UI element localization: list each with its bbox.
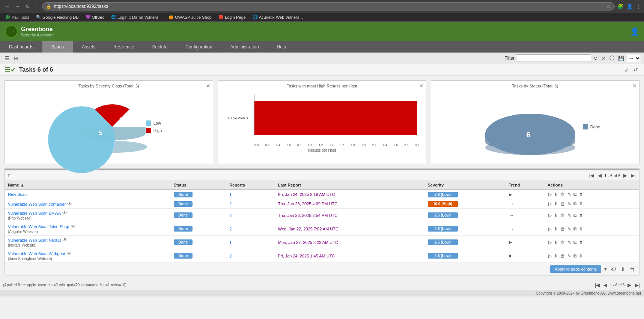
reports-link[interactable]: 1 — [229, 240, 232, 245]
reports-link[interactable]: 2 — [229, 254, 232, 258]
bottom-prev-page[interactable]: ◀ — [602, 282, 608, 288]
delete-button[interactable]: 🗑 — [560, 191, 566, 197]
edit-button[interactable]: ✎ — [567, 201, 572, 207]
reload-button[interactable]: ↻ — [24, 3, 32, 10]
first-page-button[interactable]: |◀ — [588, 172, 595, 179]
bookmark-acunetix[interactable]: 🌐 Acunetix Web Vulnera... — [250, 14, 305, 20]
start-button[interactable]: ▷ — [548, 253, 552, 259]
eye-icon[interactable]: 👁 — [62, 210, 67, 216]
apply-dropdown-arrow[interactable]: ▼ — [603, 267, 608, 271]
export-button[interactable]: ⬆ — [578, 212, 584, 218]
filter-save-icon[interactable]: 💾 — [617, 55, 625, 62]
tag-icon-button[interactable]: 🏷 — [610, 265, 617, 273]
bookmark-dvwa[interactable]: 🌐 Login :: Damn Vulnera... — [109, 14, 164, 20]
filter-input[interactable] — [516, 54, 591, 62]
back-button[interactable]: ← — [3, 3, 11, 10]
eye-icon[interactable]: 👁 — [71, 224, 75, 229]
edit-button[interactable]: ✎ — [567, 239, 572, 245]
clone-button[interactable]: ⧉ — [573, 226, 578, 232]
export-button[interactable]: ⬆ — [578, 226, 584, 232]
page-refresh-icon[interactable]: ↺ — [632, 66, 639, 74]
start-button[interactable]: ▷ — [548, 201, 552, 207]
forward-button[interactable]: → — [14, 3, 22, 10]
delete-button[interactable]: 🗑 — [560, 253, 566, 259]
task-name-link[interactable]: Vulnerable Web Scan container — [8, 202, 66, 206]
toggle-sidebar-button[interactable]: ☰ — [3, 54, 11, 62]
bottom-next-page[interactable]: ▶ — [626, 282, 632, 288]
edit-button[interactable]: ✎ — [567, 191, 572, 197]
task-name-link[interactable]: Vulnerable Web Scan NextJs — [8, 238, 61, 242]
address-bar[interactable]: 🔒 https://localhost:9392/tasks ☆ — [42, 2, 615, 11]
page-open-icon[interactable]: ⤢ — [623, 66, 630, 74]
nav-configuration[interactable]: Configuration — [176, 41, 221, 53]
last-report-link[interactable]: Wed, Jan 22, 2025 7:02 AM UTC — [278, 227, 339, 231]
pause-button[interactable]: ⏸ — [553, 239, 559, 245]
clone-button[interactable]: ⧉ — [573, 253, 578, 259]
bookmark-kali-tools[interactable]: 🐉 Kali Tools — [3, 14, 32, 20]
severity-chart-close[interactable]: ✕ — [206, 83, 211, 89]
last-report-link[interactable]: Thu, Jan 23, 2025 2:54 PM UTC — [278, 213, 337, 218]
bottom-first-page[interactable]: |◀ — [594, 282, 601, 288]
bookmark-juice-shop[interactable]: 🍊 OWASP Juice Shop — [166, 14, 214, 20]
reports-link[interactable]: 2 — [229, 213, 232, 218]
export-icon-button[interactable]: ⬆ — [620, 265, 626, 273]
filter-refresh-icon[interactable]: ↺ — [593, 55, 599, 62]
task-name-link[interactable]: Vulnerable Web Scan Webgoat — [8, 251, 65, 256]
bookmark-google-hacking[interactable]: 🔍 Google Hacking DB — [34, 14, 81, 20]
nav-scans[interactable]: Scans — [42, 41, 73, 53]
bookmark-toolbar-button[interactable]: ⊞ — [12, 54, 20, 62]
eye-icon[interactable]: 👁 — [67, 251, 72, 256]
last-report-link[interactable]: Fri, Jan 24, 2025 2:19 AM UTC — [278, 192, 335, 197]
reports-link[interactable]: 2 — [229, 202, 232, 206]
export-button[interactable]: ⬆ — [578, 239, 584, 245]
export-button[interactable]: ⬆ — [578, 253, 584, 259]
pause-button[interactable]: ⏸ — [553, 191, 559, 197]
nav-help[interactable]: Help — [268, 41, 295, 53]
menu-icon[interactable]: ⋮ — [636, 3, 641, 9]
last-page-button[interactable]: ▶| — [630, 172, 637, 179]
new-item-button[interactable]: □ — [7, 172, 12, 179]
delete-button[interactable]: 🗑 — [560, 226, 566, 232]
task-name-link[interactable]: Vulnerable Web Scan DVWA — [8, 211, 61, 215]
eye-icon[interactable]: 👁 — [67, 201, 72, 207]
status-chart-close[interactable]: ✕ — [632, 83, 637, 89]
pause-button[interactable]: ⏸ — [553, 212, 559, 218]
edit-button[interactable]: ✎ — [567, 212, 572, 218]
edit-button[interactable]: ✎ — [567, 226, 572, 232]
delete-icon-button[interactable]: 🗑 — [629, 265, 636, 273]
nav-secinfo[interactable]: SecInfo — [143, 41, 176, 53]
task-name-link[interactable]: Vulnerable Web Scan Juice Shop — [8, 224, 69, 229]
pause-button[interactable]: ⏸ — [553, 201, 559, 207]
home-button[interactable]: ⌂ — [34, 3, 40, 10]
reports-link[interactable]: 1 — [229, 192, 232, 197]
task-name-link[interactable]: New Scan — [8, 192, 27, 197]
apply-page-contents-button[interactable]: Apply to page contents — [550, 265, 601, 273]
delete-button[interactable]: 🗑 — [560, 201, 566, 207]
export-button[interactable]: ⬆ — [578, 191, 584, 197]
export-button[interactable]: ⬆ — [578, 201, 584, 207]
profile-icon[interactable]: 👤 — [626, 3, 633, 9]
reports-link[interactable]: 2 — [229, 227, 232, 231]
delete-button[interactable]: 🗑 — [560, 239, 566, 245]
start-button[interactable]: ▷ — [548, 239, 552, 245]
nav-administration[interactable]: Administration — [221, 41, 268, 53]
high-results-chart-close[interactable]: ✕ — [419, 83, 424, 89]
filter-info-icon[interactable]: ⓘ — [608, 54, 615, 62]
last-report-link[interactable]: Thu, Jan 23, 2025 4:09 PM UTC — [278, 202, 337, 206]
clone-button[interactable]: ⧉ — [573, 201, 578, 207]
edit-button[interactable]: ✎ — [567, 253, 572, 259]
bookmark-login-page[interactable]: 🔴 Login Page — [216, 14, 248, 20]
user-icon[interactable]: 👤 — [630, 27, 639, 36]
start-button[interactable]: ▷ — [548, 212, 552, 218]
eye-icon[interactable]: 👁 — [63, 237, 68, 243]
filter-clear-icon[interactable]: ✕ — [600, 55, 607, 62]
pause-button[interactable]: ⏸ — [553, 253, 559, 259]
filter-select[interactable]: -- — [627, 54, 641, 62]
bottom-last-page[interactable]: ▶| — [634, 282, 641, 288]
nav-dashboards[interactable]: Dashboards — [0, 41, 42, 53]
clone-button[interactable]: ⧉ — [573, 191, 578, 197]
start-button[interactable]: ▷ — [548, 191, 552, 197]
last-report-link[interactable]: Fri, Jan 24, 2025 1:45 AM UTC — [278, 254, 335, 258]
delete-button[interactable]: 🗑 — [560, 212, 566, 218]
prev-page-button[interactable]: ◀ — [597, 172, 603, 179]
